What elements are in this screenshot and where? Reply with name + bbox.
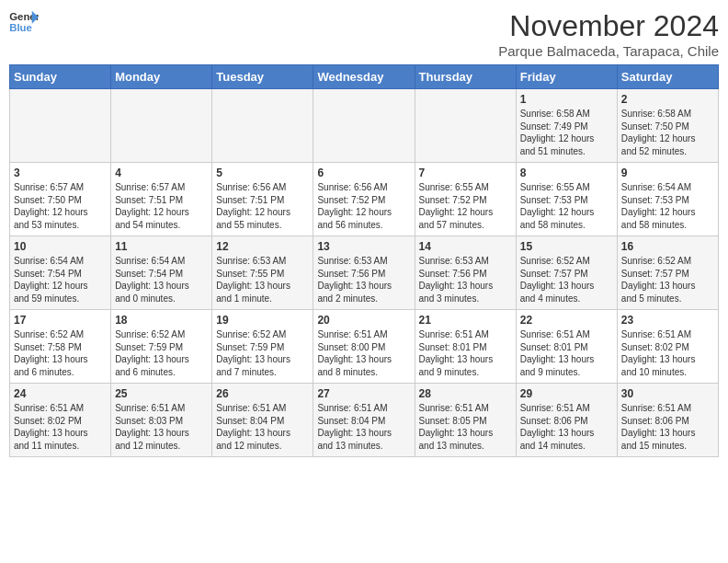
day-content: Sunrise: 6:51 AMSunset: 8:04 PMDaylight:… [216,403,290,451]
col-header-friday: Friday [516,65,617,89]
day-number: 7 [419,167,512,179]
day-number: 25 [115,387,208,400]
day-content: Sunrise: 6:52 AMSunset: 7:58 PMDaylight:… [14,329,88,377]
day-content: Sunrise: 6:51 AMSunset: 8:06 PMDaylight:… [520,403,595,451]
calendar-header-row: SundayMondayTuesdayWednesdayThursdayFrid… [10,65,719,89]
col-header-thursday: Thursday [415,65,516,89]
day-content: Sunrise: 6:57 AMSunset: 7:50 PMDaylight:… [14,182,88,230]
calendar-week-5: 24Sunrise: 6:51 AMSunset: 8:02 PMDayligh… [10,384,719,457]
day-content: Sunrise: 6:51 AMSunset: 8:02 PMDaylight:… [621,329,696,377]
day-content: Sunrise: 6:56 AMSunset: 7:52 PMDaylight:… [317,182,392,230]
day-number: 6 [317,167,410,179]
calendar-cell: 29Sunrise: 6:51 AMSunset: 8:06 PMDayligh… [516,384,617,457]
day-number: 15 [520,240,613,253]
calendar-cell: 2Sunrise: 6:58 AMSunset: 7:50 PMDaylight… [617,89,718,163]
day-content: Sunrise: 6:51 AMSunset: 8:03 PMDaylight:… [115,403,189,451]
svg-text:Blue: Blue [9,22,32,33]
day-number: 1 [520,93,613,106]
day-content: Sunrise: 6:57 AMSunset: 7:51 PMDaylight:… [115,182,189,230]
calendar-cell: 17Sunrise: 6:52 AMSunset: 7:58 PMDayligh… [10,310,111,384]
col-header-wednesday: Wednesday [313,65,415,89]
day-content: Sunrise: 6:52 AMSunset: 7:59 PMDaylight:… [115,329,189,377]
day-content: Sunrise: 6:56 AMSunset: 7:51 PMDaylight:… [216,182,290,230]
calendar-week-2: 3Sunrise: 6:57 AMSunset: 7:50 PMDaylight… [10,163,719,236]
day-number: 3 [14,167,107,179]
calendar-cell: 24Sunrise: 6:51 AMSunset: 8:02 PMDayligh… [10,384,111,457]
calendar-cell [415,89,516,163]
calendar-cell: 13Sunrise: 6:53 AMSunset: 7:56 PMDayligh… [313,236,415,310]
day-number: 5 [216,167,309,179]
col-header-monday: Monday [111,65,212,89]
calendar-cell: 19Sunrise: 6:52 AMSunset: 7:59 PMDayligh… [212,310,313,384]
calendar-cell: 15Sunrise: 6:52 AMSunset: 7:57 PMDayligh… [516,236,617,310]
day-content: Sunrise: 6:53 AMSunset: 7:56 PMDaylight:… [317,256,392,304]
calendar-cell: 9Sunrise: 6:54 AMSunset: 7:53 PMDaylight… [617,163,718,236]
day-content: Sunrise: 6:51 AMSunset: 8:02 PMDaylight:… [14,403,88,451]
calendar-table: SundayMondayTuesdayWednesdayThursdayFrid… [9,64,719,457]
calendar-cell: 11Sunrise: 6:54 AMSunset: 7:54 PMDayligh… [111,236,212,310]
logo: General Blue [9,9,39,35]
title-block: November 2024 Parque Balmaceda, Tarapaca… [498,9,719,59]
day-number: 11 [115,240,208,253]
day-content: Sunrise: 6:51 AMSunset: 8:00 PMDaylight:… [317,329,392,377]
day-number: 9 [621,167,714,179]
logo-icon: General Blue [9,9,39,35]
day-number: 18 [115,314,208,327]
day-number: 2 [621,93,714,106]
day-number: 13 [317,240,410,253]
calendar-cell [111,89,212,163]
calendar-cell: 14Sunrise: 6:53 AMSunset: 7:56 PMDayligh… [415,236,516,310]
calendar-week-4: 17Sunrise: 6:52 AMSunset: 7:58 PMDayligh… [10,310,719,384]
calendar-week-3: 10Sunrise: 6:54 AMSunset: 7:54 PMDayligh… [10,236,719,310]
calendar-cell [212,89,313,163]
calendar-cell: 12Sunrise: 6:53 AMSunset: 7:55 PMDayligh… [212,236,313,310]
day-content: Sunrise: 6:52 AMSunset: 7:59 PMDaylight:… [216,329,290,377]
day-content: Sunrise: 6:51 AMSunset: 8:01 PMDaylight:… [419,329,494,377]
day-content: Sunrise: 6:54 AMSunset: 7:54 PMDaylight:… [14,256,88,304]
day-content: Sunrise: 6:53 AMSunset: 7:56 PMDaylight:… [419,256,494,304]
day-content: Sunrise: 6:51 AMSunset: 8:05 PMDaylight:… [419,403,494,451]
calendar-cell: 3Sunrise: 6:57 AMSunset: 7:50 PMDaylight… [10,163,111,236]
calendar-cell: 7Sunrise: 6:55 AMSunset: 7:52 PMDaylight… [415,163,516,236]
day-number: 14 [419,240,512,253]
day-content: Sunrise: 6:55 AMSunset: 7:53 PMDaylight:… [520,182,595,230]
calendar-cell: 6Sunrise: 6:56 AMSunset: 7:52 PMDaylight… [313,163,415,236]
day-content: Sunrise: 6:51 AMSunset: 8:01 PMDaylight:… [520,329,595,377]
day-number: 28 [419,387,512,400]
day-number: 12 [216,240,309,253]
col-header-sunday: Sunday [10,65,111,89]
day-content: Sunrise: 6:54 AMSunset: 7:54 PMDaylight:… [115,256,189,304]
day-content: Sunrise: 6:52 AMSunset: 7:57 PMDaylight:… [621,256,696,304]
day-number: 4 [115,167,208,179]
calendar-cell: 28Sunrise: 6:51 AMSunset: 8:05 PMDayligh… [415,384,516,457]
page-header: General Blue November 2024 Parque Balmac… [9,9,719,59]
day-number: 21 [419,314,512,327]
day-content: Sunrise: 6:54 AMSunset: 7:53 PMDaylight:… [621,182,696,230]
col-header-saturday: Saturday [617,65,718,89]
day-content: Sunrise: 6:51 AMSunset: 8:06 PMDaylight:… [621,403,696,451]
calendar-cell: 10Sunrise: 6:54 AMSunset: 7:54 PMDayligh… [10,236,111,310]
calendar-cell: 25Sunrise: 6:51 AMSunset: 8:03 PMDayligh… [111,384,212,457]
day-content: Sunrise: 6:55 AMSunset: 7:52 PMDaylight:… [419,182,494,230]
day-number: 10 [14,240,107,253]
calendar-cell: 16Sunrise: 6:52 AMSunset: 7:57 PMDayligh… [617,236,718,310]
day-content: Sunrise: 6:58 AMSunset: 7:50 PMDaylight:… [621,109,696,156]
calendar-cell: 22Sunrise: 6:51 AMSunset: 8:01 PMDayligh… [516,310,617,384]
day-number: 26 [216,387,309,400]
day-number: 24 [14,387,107,400]
day-number: 8 [520,167,613,179]
day-content: Sunrise: 6:51 AMSunset: 8:04 PMDaylight:… [317,403,392,451]
calendar-cell: 26Sunrise: 6:51 AMSunset: 8:04 PMDayligh… [212,384,313,457]
calendar-cell: 1Sunrise: 6:58 AMSunset: 7:49 PMDaylight… [516,89,617,163]
calendar-cell: 30Sunrise: 6:51 AMSunset: 8:06 PMDayligh… [617,384,718,457]
col-header-tuesday: Tuesday [212,65,313,89]
calendar-cell: 20Sunrise: 6:51 AMSunset: 8:00 PMDayligh… [313,310,415,384]
day-content: Sunrise: 6:53 AMSunset: 7:55 PMDaylight:… [216,256,290,304]
day-number: 29 [520,387,613,400]
main-title: November 2024 [498,9,719,43]
calendar-cell [313,89,415,163]
day-number: 22 [520,314,613,327]
day-number: 27 [317,387,410,400]
subtitle: Parque Balmaceda, Tarapaca, Chile [498,43,719,59]
calendar-week-1: 1Sunrise: 6:58 AMSunset: 7:49 PMDaylight… [10,89,719,163]
